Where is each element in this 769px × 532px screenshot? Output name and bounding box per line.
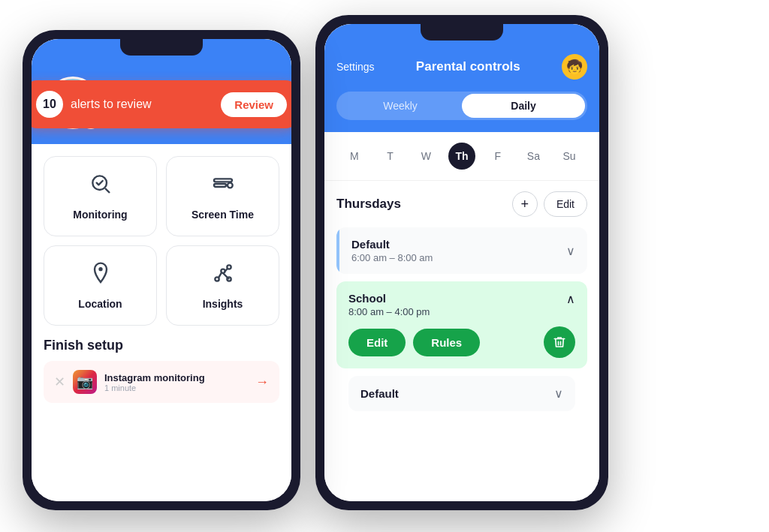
schedule-item-default-1: Default 6:00 am – 8:00 am ∨ xyxy=(336,227,587,274)
tabs-container: Weekly Daily xyxy=(324,92,599,132)
notch-left xyxy=(120,39,203,56)
svg-point-5 xyxy=(98,267,102,271)
alert-banner: 10 alerts to review Review xyxy=(32,80,291,128)
day-Sa[interactable]: Sa xyxy=(520,143,547,170)
school-rules-button[interactable]: Rules xyxy=(413,329,480,356)
screen-time-icon xyxy=(211,172,235,201)
day-Su[interactable]: Su xyxy=(556,143,583,170)
menu-item-location[interactable]: Location xyxy=(44,245,157,326)
setup-close-icon[interactable]: ✕ xyxy=(54,374,65,390)
alert-count: 10 xyxy=(36,91,63,118)
chevron-down-icon-2: ∨ xyxy=(554,386,563,401)
screen-time-label: Screen Time xyxy=(191,209,254,221)
default-1-time: 6:00 am – 8:00 am xyxy=(351,252,433,263)
header-avatar-emoji: 🧒 xyxy=(566,59,583,75)
location-label: Location xyxy=(78,298,122,310)
setup-item-title: Instagram monitoring xyxy=(104,372,248,383)
chevron-up-icon: ∧ xyxy=(566,292,575,306)
day-Th[interactable]: Th xyxy=(448,143,475,170)
school-time: 8:00 am – 4:00 pm xyxy=(348,306,430,317)
day-M[interactable]: M xyxy=(341,143,368,170)
day-picker: M T W Th F Sa Su xyxy=(324,132,599,181)
instagram-icon: 📷 xyxy=(73,370,97,394)
svg-point-4 xyxy=(228,183,233,188)
right-phone-content: Settings Parental controls 🧒 Weekly Dail… xyxy=(324,24,599,501)
default-2-info: Default xyxy=(360,387,399,400)
school-edit-button[interactable]: Edit xyxy=(348,329,406,356)
schedule-header: Thursdays + Edit xyxy=(324,181,599,227)
menu-grid: Monitoring Screen Time xyxy=(32,144,291,338)
parental-controls-title: Parental controls xyxy=(416,59,520,74)
location-icon xyxy=(89,261,113,290)
schedule-list: Default 6:00 am – 8:00 am ∨ School xyxy=(324,227,599,411)
finish-setup-title: Finish setup xyxy=(44,338,279,353)
notch-right xyxy=(421,24,503,41)
menu-item-insights[interactable]: Insights xyxy=(166,245,279,326)
school-delete-button[interactable] xyxy=(544,326,575,358)
svg-line-10 xyxy=(218,272,221,278)
add-schedule-button[interactable]: + xyxy=(512,191,538,217)
svg-line-12 xyxy=(223,273,229,279)
schedule-item-school: School 8:00 am – 4:00 pm ∧ Edit Rules xyxy=(336,281,587,368)
monitoring-label: Monitoring xyxy=(73,209,127,221)
setup-item[interactable]: ✕ 📷 Instagram monitoring 1 minute → xyxy=(44,361,279,403)
tab-weekly[interactable]: Weekly xyxy=(339,94,462,118)
setup-text: Instagram monitoring 1 minute xyxy=(104,372,248,392)
school-actions: Edit Rules xyxy=(348,326,575,358)
review-button[interactable]: Review xyxy=(221,92,287,117)
day-F[interactable]: F xyxy=(484,143,511,170)
header-avatar: 🧒 xyxy=(562,54,587,80)
svg-rect-2 xyxy=(214,179,232,182)
tabs: Weekly Daily xyxy=(336,92,587,120)
school-item-content: School 8:00 am – 4:00 pm ∧ Edit Rules xyxy=(336,281,587,368)
chevron-down-icon-1: ∨ xyxy=(566,244,575,258)
day-T[interactable]: T xyxy=(377,143,404,170)
edit-schedule-button[interactable]: Edit xyxy=(544,191,587,217)
insights-icon xyxy=(211,261,235,290)
school-item-info: School 8:00 am – 4:00 pm xyxy=(348,292,430,317)
phone-right: Settings Parental controls 🧒 Weekly Dail… xyxy=(315,15,608,510)
svg-rect-3 xyxy=(214,184,226,187)
tab-daily[interactable]: Daily xyxy=(462,94,585,118)
menu-item-monitoring[interactable]: Monitoring xyxy=(44,156,157,236)
trash-icon xyxy=(553,335,566,349)
setup-arrow-icon: → xyxy=(255,374,269,390)
day-W[interactable]: W xyxy=(412,143,439,170)
setup-item-subtitle: 1 minute xyxy=(104,383,248,392)
settings-link[interactable]: Settings xyxy=(336,61,375,73)
default-2-title: Default xyxy=(360,387,399,400)
schedule-item-default-2[interactable]: Default ∨ xyxy=(348,376,575,411)
school-item-header: School 8:00 am – 4:00 pm ∧ xyxy=(348,292,575,317)
default-item-1-info: Default 6:00 am – 8:00 am xyxy=(351,238,433,263)
svg-line-1 xyxy=(105,188,110,193)
default-item-1-row[interactable]: Default 6:00 am – 8:00 am ∨ xyxy=(336,227,587,274)
schedule-actions: + Edit xyxy=(512,191,587,217)
menu-item-screen-time[interactable]: Screen Time xyxy=(166,156,279,236)
monitoring-icon xyxy=(89,172,113,201)
alert-text: alerts to review xyxy=(71,98,213,111)
default-1-title: Default xyxy=(351,238,433,251)
scene: 10 alerts to review Review 🧒 Colin xyxy=(0,0,769,532)
phone-left: 10 alerts to review Review 🧒 Colin xyxy=(23,30,300,510)
schedule-day-title: Thursdays xyxy=(336,197,401,212)
school-title: School xyxy=(348,292,430,305)
insights-label: Insights xyxy=(203,298,243,310)
finish-setup-section: Finish setup ✕ 📷 Instagram monitoring 1 … xyxy=(32,338,291,410)
